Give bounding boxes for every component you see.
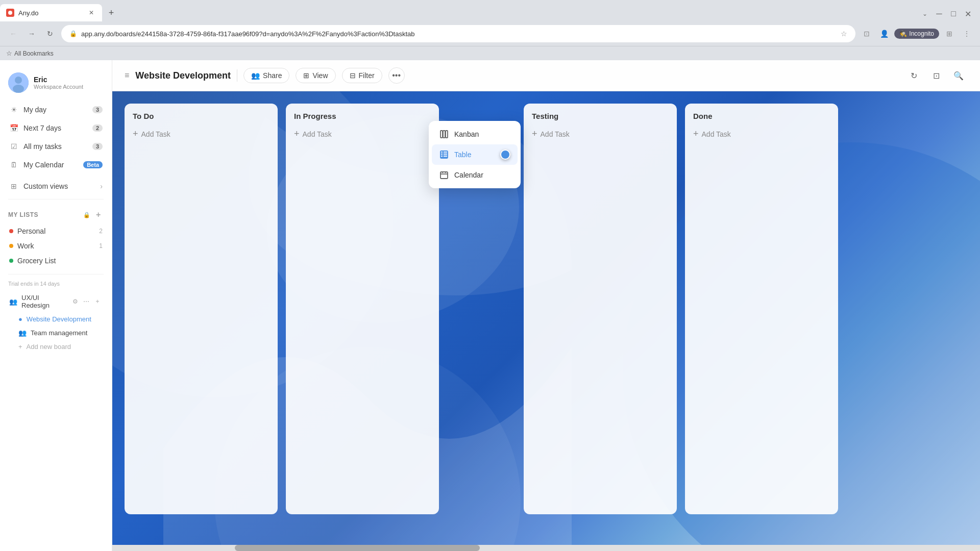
sidebar-item-custom-views[interactable]: ⊞ Custom views ›	[4, 178, 108, 195]
board-menu-icon[interactable]: ≡	[125, 71, 129, 80]
grid-icon: ⊞	[9, 182, 18, 191]
kanban-board: To Do + Add Task In Progress + Add Task …	[112, 91, 980, 551]
lock-icon: 🔒	[69, 30, 77, 37]
svg-point-3	[13, 85, 24, 93]
menu-button[interactable]: ⋮	[960, 27, 974, 41]
close-window-button[interactable]: ✕	[962, 8, 974, 20]
active-tab[interactable]: Any.do ✕	[0, 4, 102, 21]
sidebar-list-item-personal[interactable]: Personal 2	[4, 224, 108, 238]
add-task-todo-button[interactable]: + Add Task	[133, 127, 270, 141]
sidebar-list-item-grocery[interactable]: Grocery List	[4, 254, 108, 268]
board-item-team-mgmt[interactable]: 👥 Team management	[4, 326, 108, 340]
dropdown-item-kanban[interactable]: Kanban	[432, 124, 518, 144]
add-task-done-button[interactable]: + Add Task	[693, 127, 830, 141]
sun-icon: ☀	[9, 105, 18, 114]
bookmarks-star-icon: ☆	[6, 49, 12, 57]
svg-rect-5	[443, 131, 445, 138]
restore-button[interactable]: □	[947, 8, 960, 20]
sidebar-item-next-7-days[interactable]: 📅 Next 7 days 2	[4, 119, 108, 137]
app-content: Eric Workspace Account ☀ My day 3 📅 Next…	[0, 60, 980, 551]
list-item-count: 2	[99, 228, 103, 235]
more-button[interactable]: •••	[388, 67, 405, 84]
reload-button[interactable]: ↻	[43, 27, 57, 41]
workspace-settings-button[interactable]: ⚙	[70, 296, 80, 307]
workspace-more-button[interactable]: ⋯	[81, 296, 91, 307]
back-button[interactable]: ←	[6, 27, 20, 41]
board-item-label: Team management	[31, 329, 87, 337]
bookmark-star-icon[interactable]: ☆	[841, 30, 847, 38]
workspace-add-button[interactable]: +	[92, 296, 103, 307]
toolbar-divider	[237, 69, 237, 82]
sidebar-user[interactable]: Eric Workspace Account	[0, 68, 112, 101]
add-list-button[interactable]: +	[93, 210, 104, 220]
sidebar-workspace: 👥 UX/UI Redesign ⚙ ⋯ + ● Website Develop…	[0, 289, 112, 356]
sidebar-nav-label: My day	[23, 106, 87, 114]
list-item-label: Personal	[17, 227, 95, 235]
dropdown-item-label: Calendar	[454, 171, 483, 179]
refresh-button[interactable]: ↻	[904, 66, 923, 85]
list-dot	[9, 229, 13, 233]
kanban-col-testing: Testing + Add Task	[524, 104, 677, 514]
list-item-label: Grocery List	[17, 257, 99, 265]
board-item-website-dev[interactable]: ● Website Development	[4, 312, 108, 326]
browser-chrome: Any.do ✕ + ⌄ ─ □ ✕ ← → ↻ 🔒 app.any.do/bo…	[0, 0, 980, 60]
sidebar: Eric Workspace Account ☀ My day 3 📅 Next…	[0, 60, 112, 551]
my-lists-section: My lists 🔒 +	[0, 204, 112, 222]
sidebar-item-all-tasks[interactable]: ☑ All my tasks 3	[4, 138, 108, 155]
calendar-icon	[439, 170, 449, 180]
right-toolbar: ↻ ⊡ 🔍	[904, 66, 968, 85]
new-tab-button[interactable]: +	[104, 6, 118, 20]
share-icon: 👥	[251, 71, 260, 80]
my-lists-label: My lists	[8, 211, 38, 218]
dropdown-item-table[interactable]: Table	[432, 144, 518, 165]
chevron-right-icon: ›	[100, 182, 103, 190]
view-label: View	[312, 71, 328, 80]
dropdown-item-label: Kanban	[454, 130, 479, 138]
url-bar[interactable]: 🔒 app.any.do/boards/e244158a-3728-4759-8…	[61, 25, 855, 42]
tab-close-button[interactable]: ✕	[87, 8, 96, 17]
add-task-testing-button[interactable]: + Add Task	[532, 127, 669, 141]
incognito-label: Incognito	[909, 30, 934, 37]
list-item-label: Work	[17, 242, 95, 250]
list-dot	[9, 244, 13, 248]
share-label: Share	[263, 71, 282, 80]
add-task-in-progress-button[interactable]: + Add Task	[294, 127, 431, 141]
table-icon	[439, 149, 449, 160]
workspace-icon: 👥	[9, 298, 17, 306]
sidebar-item-my-calendar[interactable]: 🗓 My Calendar Beta	[4, 156, 108, 173]
sidebar-list-item-work[interactable]: Work 1	[4, 239, 108, 253]
view-button[interactable]: ⊞ View	[296, 68, 335, 83]
kanban-col-done: Done + Add Task	[685, 104, 838, 514]
sidebar-nav-label: All my tasks	[23, 142, 87, 151]
share-button[interactable]: 👥 Share	[243, 68, 289, 83]
calendar-icon: 📅	[9, 123, 18, 133]
sidebar-divider	[8, 199, 104, 199]
add-board-button[interactable]: + Add new board	[4, 340, 108, 354]
forward-button[interactable]: →	[24, 27, 39, 41]
tab-list-button[interactable]: ⌄	[919, 8, 931, 20]
dropdown-item-calendar[interactable]: Calendar	[432, 165, 518, 185]
profile-button[interactable]: 👤	[877, 27, 891, 41]
svg-rect-6	[446, 131, 448, 138]
plus-icon: +	[532, 129, 537, 139]
cast-button[interactable]: ⊡	[860, 27, 874, 41]
layout-button[interactable]: ⊡	[927, 66, 945, 85]
minimize-button[interactable]: ─	[933, 8, 945, 20]
svg-rect-12	[440, 172, 448, 179]
filter-button[interactable]: ⊟ Filter	[342, 68, 382, 83]
sidebar-divider-2	[8, 274, 104, 274]
user-info: Eric Workspace Account	[34, 76, 83, 90]
kanban-icon	[439, 129, 449, 139]
extensions-button[interactable]: ⊞	[942, 27, 957, 41]
search-button[interactable]: 🔍	[949, 66, 968, 85]
sidebar-item-my-day[interactable]: ☀ My day 3	[4, 101, 108, 118]
board-item-label: Website Development	[27, 315, 91, 323]
workspace-header: 👥 UX/UI Redesign ⚙ ⋯ +	[4, 291, 108, 312]
add-task-label: Add Task	[702, 130, 731, 138]
dropdown-item-label: Table	[454, 151, 471, 159]
workspace-actions: ⚙ ⋯ +	[70, 296, 103, 307]
svg-point-0	[8, 11, 12, 15]
trial-notice: Trial ends in 14 days	[0, 279, 112, 289]
add-task-label: Add Task	[141, 130, 170, 138]
user-sub: Workspace Account	[34, 84, 83, 90]
